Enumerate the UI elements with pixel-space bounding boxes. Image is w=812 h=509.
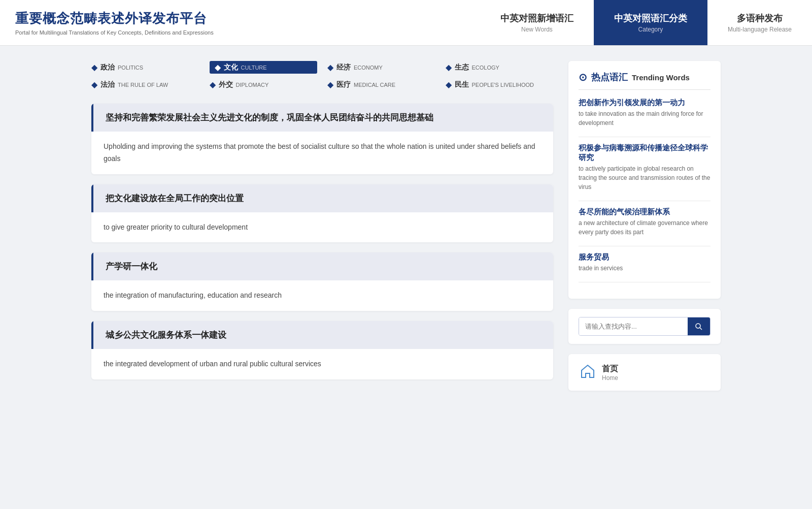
- trending-zh-4: 服务贸易: [579, 252, 710, 262]
- search-icon: [695, 323, 703, 331]
- home-zh: 首页: [602, 364, 618, 374]
- trending-en-1: to take innovation as the main driving f…: [579, 109, 710, 128]
- term-en-1: Upholding and improving the systems that…: [91, 132, 553, 174]
- header: 重要概念范畴表述外译发布平台 Portal for Multilingual T…: [0, 0, 812, 46]
- home-en: Home: [602, 374, 618, 381]
- cat-ecology[interactable]: ◆ 生态 ECOLOGY: [446, 61, 554, 74]
- cat-economy-zh: 经济: [336, 63, 351, 72]
- trending-zh-1: 把创新作为引领发展的第一动力: [579, 98, 710, 108]
- main-nav: 中英对照新增语汇 New Words 中英对照语汇分类 Category 多语种…: [480, 0, 812, 45]
- trending-en-4: trade in services: [579, 264, 710, 273]
- cat-diplomacy-zh: 外交: [219, 80, 233, 89]
- diamond-icon-economy: ◆: [327, 62, 333, 72]
- trending-item-4[interactable]: 服务贸易 trade in services: [579, 252, 710, 273]
- diamond-icon-diplomacy: ◆: [210, 80, 216, 89]
- nav-new-words-zh: 中英对照新增语汇: [500, 12, 573, 24]
- cat-culture[interactable]: ◆ 文化 CULTURE: [210, 61, 318, 74]
- cat-medical-care[interactable]: ◆ 医疗 MEDICAL CARE: [327, 80, 435, 89]
- cat-ecology-en: ECOLOGY: [472, 65, 499, 71]
- right-panel: ⊙ 热点语汇 Trending Words 把创新作为引领发展的第一动力 to …: [568, 61, 721, 391]
- diamond-icon-ecology: ◆: [446, 62, 452, 72]
- term-en-4: the integrated development of urban and …: [91, 349, 553, 379]
- trending-icon: ⊙: [579, 71, 587, 83]
- nav-category-zh: 中英对照语汇分类: [614, 12, 687, 24]
- cat-ruleoflaw-en: THE RULE OF LAW: [118, 82, 168, 88]
- main-content: ◆ 政治 POLITICS ◆ 文化 CULTURE ◆ 经济 ECONOMY …: [61, 46, 751, 406]
- search-button[interactable]: [688, 317, 710, 335]
- home-icon: [579, 362, 597, 383]
- term-card-2: 把文化建设放在全局工作的突出位置 to give greater priorit…: [91, 184, 553, 243]
- search-input[interactable]: [579, 317, 688, 335]
- term-card-3: 产学研一体化 the integration of manufacturing,…: [91, 252, 553, 311]
- trending-zh-3: 各尽所能的气候治理新体系: [579, 207, 710, 217]
- divider-1: [579, 137, 710, 137]
- home-link[interactable]: 首页 Home: [579, 362, 618, 383]
- divider-3: [579, 246, 710, 246]
- site-subtitle: Portal for Multilingual Translations of …: [15, 29, 214, 36]
- diamond-icon-culture: ◆: [215, 62, 221, 72]
- cat-economy[interactable]: ◆ 经济 ECONOMY: [327, 61, 435, 74]
- trending-en-2: to actively participate in global resear…: [579, 164, 710, 192]
- search-box: [579, 317, 710, 336]
- cat-medical-zh: 医疗: [336, 80, 351, 89]
- nav-category-en: Category: [638, 26, 663, 33]
- cat-diplomacy[interactable]: ◆ 外交 DIPLOMACY: [210, 80, 318, 89]
- cat-diplomacy-en: DIPLOMACY: [236, 82, 269, 88]
- nav-new-words-en: New Words: [521, 26, 553, 33]
- nav-new-words[interactable]: 中英对照新增语汇 New Words: [480, 0, 594, 45]
- divider-4: [579, 282, 710, 282]
- nav-multilang-en: Multi-language Release: [728, 26, 792, 33]
- logo-area: 重要概念范畴表述外译发布平台 Portal for Multilingual T…: [0, 0, 229, 45]
- cat-livelihood[interactable]: ◆ 民生 PEOPLE'S LIVELIHOOD: [446, 80, 554, 89]
- divider-2: [579, 201, 710, 201]
- term-zh-3: 产学研一体化: [91, 252, 553, 280]
- cat-rule-of-law[interactable]: ◆ 法治 THE RULE OF LAW: [91, 80, 199, 89]
- diamond-icon-livelihood: ◆: [446, 80, 452, 89]
- term-zh-1: 坚持和完善繁荣发展社会主义先进文化的制度，巩固全体人民团结奋斗的共同思想基础: [91, 104, 553, 132]
- search-section: [568, 309, 721, 344]
- nav-multilang[interactable]: 多语种发布 Multi-language Release: [707, 0, 812, 45]
- svg-point-0: [696, 324, 700, 328]
- trending-title: ⊙ 热点语汇 Trending Words: [579, 71, 710, 90]
- term-zh-4: 城乡公共文化服务体系一体建设: [91, 321, 553, 349]
- svg-line-1: [700, 328, 702, 330]
- trending-section: ⊙ 热点语汇 Trending Words 把创新作为引领发展的第一动力 to …: [568, 61, 721, 299]
- cat-livelihood-zh: 民生: [455, 80, 469, 89]
- cat-culture-zh: 文化: [224, 63, 238, 72]
- trending-title-zh: 热点语汇: [591, 71, 628, 83]
- cat-ecology-zh: 生态: [455, 63, 469, 72]
- diamond-icon-medical: ◆: [327, 80, 333, 89]
- cat-ruleoflaw-zh: 法治: [100, 80, 115, 89]
- term-card-4: 城乡公共文化服务体系一体建设 the integrated developmen…: [91, 321, 553, 379]
- cat-medical-en: MEDICAL CARE: [354, 82, 395, 88]
- cat-livelihood-en: PEOPLE'S LIVELIHOOD: [472, 82, 534, 88]
- cat-culture-en: CULTURE: [241, 65, 267, 71]
- diamond-icon-ruleoflaw: ◆: [91, 80, 97, 89]
- cat-economy-en: ECONOMY: [354, 65, 383, 71]
- term-en-3: the integration of manufacturing, educat…: [91, 280, 553, 311]
- trending-zh-2: 积极参与病毒溯源和传播途径全球科学研究: [579, 143, 710, 163]
- home-text-block: 首页 Home: [602, 364, 618, 381]
- term-zh-2: 把文化建设放在全局工作的突出位置: [91, 184, 553, 212]
- category-nav: ◆ 政治 POLITICS ◆ 文化 CULTURE ◆ 经济 ECONOMY …: [91, 61, 553, 89]
- trending-item-3[interactable]: 各尽所能的气候治理新体系 a new architecture of clima…: [579, 207, 710, 237]
- nav-category[interactable]: 中英对照语汇分类 Category: [594, 0, 707, 45]
- cat-politics[interactable]: ◆ 政治 POLITICS: [91, 61, 199, 74]
- left-panel: ◆ 政治 POLITICS ◆ 文化 CULTURE ◆ 经济 ECONOMY …: [91, 61, 553, 391]
- term-en-2: to give greater priority to cultural dev…: [91, 212, 553, 243]
- trending-en-3: a new architecture of climate governance…: [579, 218, 710, 237]
- diamond-icon-politics: ◆: [91, 62, 97, 72]
- nav-multilang-zh: 多语种发布: [737, 12, 783, 24]
- cat-politics-zh: 政治: [100, 63, 115, 72]
- trending-item-2[interactable]: 积极参与病毒溯源和传播途径全球科学研究 to actively particip…: [579, 143, 710, 192]
- site-title: 重要概念范畴表述外译发布平台: [15, 10, 214, 27]
- term-card-1: 坚持和完善繁荣发展社会主义先进文化的制度，巩固全体人民团结奋斗的共同思想基础 U…: [91, 104, 553, 174]
- trending-title-en: Trending Words: [632, 73, 690, 82]
- home-section[interactable]: 首页 Home: [568, 354, 721, 391]
- cat-politics-en: POLITICS: [118, 65, 143, 71]
- trending-item-1[interactable]: 把创新作为引领发展的第一动力 to take innovation as the…: [579, 98, 710, 128]
